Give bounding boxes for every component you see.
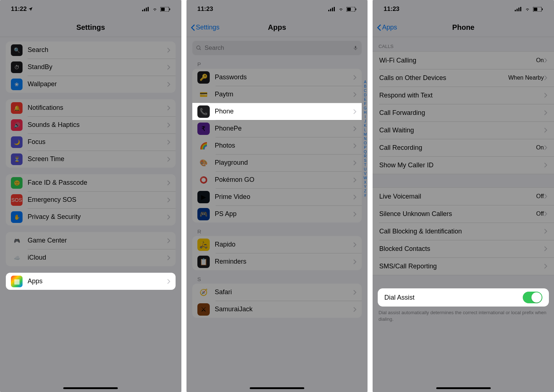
index-letter[interactable]: W <box>364 176 367 180</box>
index-letter[interactable]: F <box>364 102 367 106</box>
back-button[interactable]: Settings <box>191 24 220 31</box>
row-wifi-calling[interactable]: Wi-Fi CallingOn <box>373 52 554 69</box>
index-letter[interactable]: I <box>364 115 367 119</box>
row-label: Face ID & Passcode <box>28 179 167 187</box>
app-row-rapido[interactable]: 🛵Rapido <box>192 236 362 253</box>
dial-assist-toggle[interactable] <box>523 292 542 303</box>
row-show-caller-id[interactable]: Show My Caller ID <box>373 156 554 174</box>
index-letter[interactable]: O <box>364 141 367 145</box>
svg-rect-13 <box>356 8 356 10</box>
sounds-haptics-icon: 🔊 <box>11 119 23 131</box>
chevron-right-icon <box>544 145 547 151</box>
index-letter[interactable]: T <box>364 163 367 167</box>
index-letter[interactable]: N <box>364 137 367 141</box>
row-call-waiting[interactable]: Call Waiting <box>373 121 554 139</box>
status-bar: 11:23 <box>186 0 368 18</box>
row-sounds-haptics[interactable]: 🔊Sounds & Haptics <box>6 116 176 133</box>
index-letter[interactable]: D <box>364 93 367 97</box>
index-letter[interactable]: K <box>364 124 367 128</box>
section-header-calls: CALLS <box>378 44 554 49</box>
chevron-right-icon <box>167 255 170 261</box>
app-row-pokemon-go[interactable]: ⭕Pokémon GO <box>192 171 362 188</box>
app-row-photos[interactable]: 🌈Photos <box>192 137 362 154</box>
mic-icon[interactable] <box>353 45 358 51</box>
app-row-phonepe[interactable]: ₹PhonePe <box>192 120 362 137</box>
row-standby[interactable]: ⏱StandBy <box>6 59 176 76</box>
row-blocked-contacts[interactable]: Blocked Contacts <box>373 240 554 257</box>
index-letter[interactable]: J <box>364 119 367 124</box>
faceid-passcode-icon: 🙂 <box>11 177 23 189</box>
index-letter[interactable]: C <box>364 89 367 93</box>
app-row-samuraijack[interactable]: ⚔SamuraiJack <box>192 301 362 318</box>
row-call-blocking[interactable]: Call Blocking & Identification <box>373 223 554 240</box>
row-icloud[interactable]: ☁️iCloud <box>6 249 176 266</box>
chevron-right-icon <box>167 81 170 87</box>
row-screen-time[interactable]: ⏳Screen Time <box>6 151 176 168</box>
svg-rect-12 <box>347 8 351 11</box>
chevron-right-icon <box>353 307 357 312</box>
passwords-icon: 🔑 <box>197 71 210 84</box>
row-emergency-sos[interactable]: SOSEmergency SOS <box>6 191 176 208</box>
app-row-passwords[interactable]: 🔑Passwords <box>192 69 362 86</box>
row-respond-with-text[interactable]: Respond with Text <box>373 87 554 104</box>
index-letter[interactable]: P <box>364 145 367 150</box>
index-letter[interactable]: M <box>364 132 367 137</box>
battery-icon <box>160 7 170 12</box>
row-label: Wi-Fi Calling <box>379 57 536 64</box>
row-privacy-security[interactable]: ✋Privacy & Security <box>6 208 176 225</box>
standby-icon: ⏱ <box>11 61 23 73</box>
safari-icon: 🧭 <box>197 286 210 299</box>
chevron-right-icon <box>544 162 547 168</box>
back-label: Apps <box>382 24 397 31</box>
app-row-safari[interactable]: 🧭Safari <box>192 284 362 301</box>
app-row-paytm[interactable]: 💳Paytm <box>192 86 362 103</box>
index-letter[interactable]: H <box>364 111 367 115</box>
app-row-playground[interactable]: 🎨Playground <box>192 154 362 171</box>
row-dial-assist[interactable]: Dial Assist <box>378 288 549 307</box>
index-letter[interactable]: L <box>364 128 367 132</box>
row-search[interactable]: 🔍Search <box>6 41 176 59</box>
index-letter[interactable]: R <box>364 154 367 159</box>
row-live-voicemail[interactable]: Live VoicemailOff <box>373 188 554 205</box>
row-notifications[interactable]: 🔔Notifications <box>6 99 176 116</box>
index-letter[interactable]: V <box>364 172 367 176</box>
index-letter[interactable]: S <box>364 159 367 163</box>
game-center-icon: 🎮 <box>11 235 23 247</box>
index-letter[interactable]: Y <box>364 185 367 189</box>
row-game-center[interactable]: 🎮Game Center <box>6 232 176 249</box>
emergency-sos-icon: SOS <box>11 194 23 206</box>
index-letter[interactable]: A <box>364 80 367 84</box>
row-call-recording[interactable]: Call RecordingOn <box>373 139 554 156</box>
chevron-right-icon <box>544 110 547 116</box>
app-row-prime-video[interactable]: ▶Prime Video <box>192 188 362 205</box>
app-row-ps-app[interactable]: 🎮PS App <box>192 205 362 223</box>
row-apps[interactable]: ▦ Apps <box>6 273 176 290</box>
row-label: Search <box>28 46 167 54</box>
index-letter[interactable]: E <box>364 97 367 102</box>
chevron-right-icon <box>353 160 357 166</box>
prime-video-icon: ▶ <box>197 191 210 203</box>
index-letter[interactable]: B <box>364 84 367 89</box>
row-faceid-passcode[interactable]: 🙂Face ID & Passcode <box>6 174 176 191</box>
search-placeholder: Search <box>205 44 350 52</box>
row-calls-other-devices[interactable]: Calls on Other DevicesWhen Nearby <box>373 69 554 87</box>
app-row-phone[interactable]: 📞Phone <box>192 103 362 120</box>
row-focus[interactable]: 🌙Focus <box>6 133 176 151</box>
index-letter[interactable]: X <box>364 180 367 185</box>
app-row-reminders[interactable]: 📋Reminders <box>192 253 362 270</box>
row-label: Call Waiting <box>379 127 544 134</box>
app-label: Paytm <box>215 91 353 98</box>
index-letter[interactable]: G <box>364 106 367 111</box>
search-input[interactable]: Search <box>192 41 362 55</box>
index-letter[interactable]: # <box>364 193 367 198</box>
row-sms-call-reporting[interactable]: SMS/Call Reporting <box>373 257 554 275</box>
alpha-index[interactable]: ABCDEFGHIJKLMNOPQRSTUVWXYZ# <box>364 80 367 198</box>
back-button[interactable]: Apps <box>377 24 397 31</box>
row-wallpaper[interactable]: ❀Wallpaper <box>6 76 176 93</box>
index-letter[interactable]: Z <box>364 189 367 193</box>
index-letter[interactable]: U <box>364 167 367 172</box>
index-letter[interactable]: Q <box>364 150 367 154</box>
row-silence-unknown[interactable]: Silence Unknown CallersOff <box>373 205 554 223</box>
row-call-forwarding[interactable]: Call Forwarding <box>373 104 554 121</box>
svg-rect-0 <box>142 10 143 11</box>
